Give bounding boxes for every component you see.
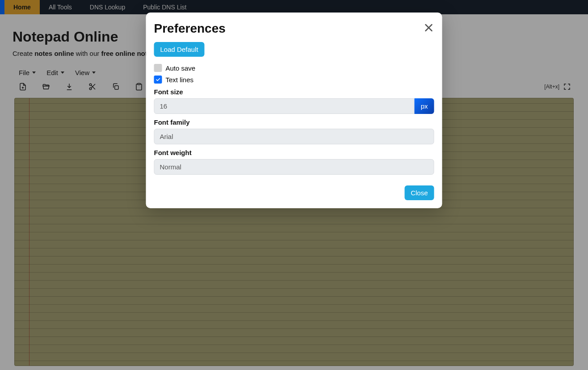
close-icon[interactable] <box>424 22 434 35</box>
auto-save-checkbox[interactable] <box>154 64 162 72</box>
text-lines-label: Text lines <box>166 76 194 84</box>
font-family-label: Font family <box>154 118 434 126</box>
preferences-modal: Preferences Load Default Auto save Text … <box>146 13 442 208</box>
modal-footer: Close <box>154 185 434 200</box>
font-size-unit: px <box>415 98 434 114</box>
close-button[interactable]: Close <box>404 185 434 200</box>
auto-save-row[interactable]: Auto save <box>154 64 434 72</box>
auto-save-label: Auto save <box>166 64 196 72</box>
font-family-select[interactable] <box>154 129 434 144</box>
font-weight-label: Font weight <box>154 149 434 156</box>
font-size-label: Font size <box>154 88 434 96</box>
load-default-button[interactable]: Load Default <box>154 42 205 57</box>
font-size-group: px <box>154 98 434 114</box>
modal-header: Preferences <box>154 21 434 36</box>
modal-title: Preferences <box>154 21 226 36</box>
font-size-input[interactable] <box>154 98 415 114</box>
preferences-form: Auto save Text lines Font size px Font f… <box>154 64 434 175</box>
font-weight-select[interactable] <box>154 159 434 175</box>
text-lines-checkbox[interactable] <box>154 76 162 84</box>
text-lines-row[interactable]: Text lines <box>154 76 434 84</box>
